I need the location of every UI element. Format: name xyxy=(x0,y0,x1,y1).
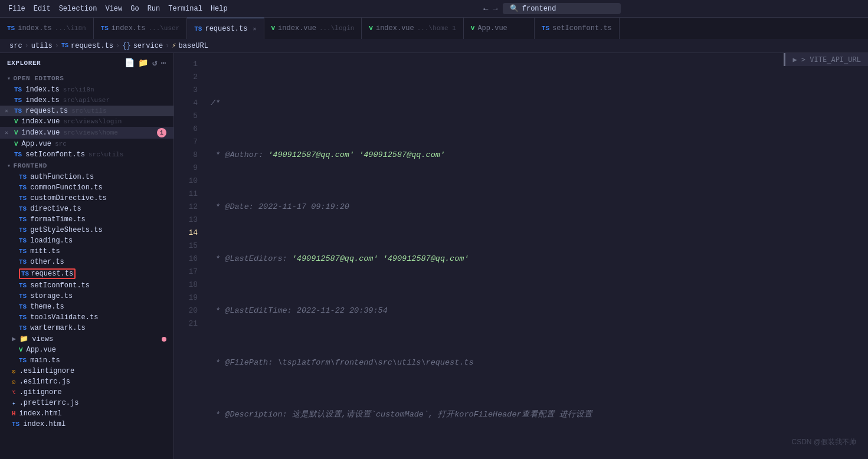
file-loading[interactable]: TS loading.ts xyxy=(0,235,173,246)
folder-name: views xyxy=(32,335,53,343)
file-request-outlined[interactable]: TS request.ts xyxy=(0,267,173,280)
close-icon[interactable]: ✕ xyxy=(5,107,8,114)
file-path: src xyxy=(55,140,67,147)
file-getStyleSheets[interactable]: TS getStyleSheets.ts xyxy=(0,225,173,235)
menu-edit[interactable]: Edit xyxy=(30,4,54,14)
line-num-15: 15 xyxy=(174,240,198,253)
file-index-html[interactable]: H index.html xyxy=(0,408,173,419)
new-file-icon[interactable]: 📄 xyxy=(125,58,135,68)
file-name: index.ts xyxy=(25,86,60,94)
file-storage[interactable]: TS storage.ts xyxy=(0,291,173,301)
line-num-13: 13 xyxy=(174,214,198,227)
open-editor-seticonfont[interactable]: TS setIconfont.ts src\utils xyxy=(0,149,173,160)
tab-bar: TS index.ts ...\i18n TS index.ts ...\use… xyxy=(0,18,868,39)
bc-src[interactable]: src xyxy=(9,42,22,50)
comment-description: * @Description: 这是默认设置,请设置`customMade`, … xyxy=(211,408,592,421)
menu-help[interactable]: Help xyxy=(207,4,231,14)
tab-app-vue[interactable]: V App.vue xyxy=(464,18,535,39)
file-mitt[interactable]: TS mitt.ts xyxy=(0,246,173,257)
bc-utils[interactable]: utils xyxy=(31,42,53,50)
nav-back[interactable]: ← xyxy=(483,4,488,14)
menu-terminal[interactable]: Terminal xyxy=(165,4,206,14)
sidebar-actions: 📄 📁 ↺ ⋯ xyxy=(125,58,166,68)
file-name: .gitignore xyxy=(19,388,62,396)
file-name: authFunction.ts xyxy=(30,173,94,181)
menu-view[interactable]: View xyxy=(101,4,126,14)
bc-request[interactable]: request.ts xyxy=(71,42,113,50)
bc-lightning: ⚡ xyxy=(172,41,176,50)
collapse-icon[interactable]: ⋯ xyxy=(161,58,166,68)
file-path: src\views\login xyxy=(63,118,122,125)
frontend-label: FRONTEND xyxy=(14,162,47,169)
tab-sublabel: ...\home 1 xyxy=(417,25,456,32)
line-num-7: 7 xyxy=(174,136,198,149)
menu-run[interactable]: Run xyxy=(144,4,164,14)
tab-index-login[interactable]: V index.vue ...\login xyxy=(264,18,362,39)
main-layout: EXPLORER 📄 📁 ↺ ⋯ ▾ OPEN EDITORS TS index… xyxy=(0,53,868,459)
file-prettierrc[interactable]: ✦ .prettierrc.js xyxy=(0,398,173,408)
folder-views[interactable]: ▶ 📁 views xyxy=(0,333,173,345)
code-content: 1 2 3 4 5 6 7 8 9 10 11 12 13 14 15 16 1… xyxy=(174,53,868,459)
menu-go[interactable]: Go xyxy=(127,4,142,14)
file-index-ts-bottom[interactable]: TS index.html xyxy=(0,419,173,430)
file-directive[interactable]: TS directive.ts xyxy=(0,204,173,214)
file-theme[interactable]: TS theme.ts xyxy=(0,301,173,312)
file-name: formatTime.ts xyxy=(30,215,86,224)
eslint-icon: ⊙ xyxy=(12,378,16,386)
file-main-ts[interactable]: TS main.ts xyxy=(0,355,173,366)
tab-index-user[interactable]: TS index.ts ...\user xyxy=(94,18,188,39)
chevron-right-icon: ▶ xyxy=(12,335,16,343)
line-num-20: 20 xyxy=(174,304,198,317)
menu-file[interactable]: File xyxy=(5,4,29,14)
file-name: other.ts xyxy=(30,258,64,266)
menu-selection[interactable]: Selection xyxy=(55,4,101,14)
file-app-vue[interactable]: V App.vue xyxy=(0,345,173,355)
open-editor-index-i18n[interactable]: TS index.ts src\i18n xyxy=(0,84,173,95)
file-name: toolsValidate.ts xyxy=(30,313,98,322)
tab-close-button[interactable]: ✕ xyxy=(253,25,256,32)
file-ts-icon: TS xyxy=(19,258,27,265)
bc-sep2: › xyxy=(55,42,59,50)
file-eslintrc[interactable]: ⊙ .eslintrc.js xyxy=(0,376,173,387)
bc-service[interactable]: service xyxy=(133,42,163,50)
file-commonFunction[interactable]: TS commonFunction.ts xyxy=(0,182,173,193)
bc-baseurl[interactable]: baseURL xyxy=(179,42,208,50)
open-editor-index-login[interactable]: V index.vue src\views\login xyxy=(0,116,173,127)
open-editor-request[interactable]: ✕ TS request.ts src\utils xyxy=(0,106,173,116)
code-editor: ▶ > VITE_API_URL 1 2 3 4 5 6 7 8 9 10 11… xyxy=(174,53,868,459)
vite-api-url-hint[interactable]: ▶ > VITE_API_URL xyxy=(784,53,868,66)
tab-index-i18n[interactable]: TS index.ts ...\i18n xyxy=(0,18,94,39)
open-editor-index-user[interactable]: TS index.ts src\api\user xyxy=(0,95,173,106)
search-box[interactable]: 🔍 frontend xyxy=(503,3,621,14)
file-gitignore[interactable]: ⌥ .gitignore xyxy=(0,387,173,398)
frontend-section[interactable]: ▾ FRONTEND xyxy=(0,160,173,172)
close-icon[interactable]: ✕ xyxy=(5,129,8,136)
tab-sublabel: ...\i18n xyxy=(55,25,86,32)
file-vue-icon: V xyxy=(19,346,23,353)
open-editors-section[interactable]: ▾ OPEN EDITORS xyxy=(0,73,173,84)
file-authFunction[interactable]: TS authFunction.ts xyxy=(0,172,173,182)
comment-lasteditors: * @LastEditors: '490912587@qq.com' '4909… xyxy=(211,253,469,265)
file-customDirective[interactable]: TS customDirective.ts xyxy=(0,193,173,204)
nav-forward[interactable]: → xyxy=(493,4,497,14)
refresh-icon[interactable]: ↺ xyxy=(152,58,158,68)
tab-label: App.vue xyxy=(477,24,507,32)
csdn-watermark: CSDN @假装我不帅 xyxy=(791,437,856,447)
tab-request[interactable]: TS request.ts ✕ xyxy=(187,18,264,39)
open-editor-app-vue[interactable]: V App.vue src xyxy=(0,139,173,149)
file-wartermark[interactable]: TS wartermark.ts xyxy=(0,323,173,333)
file-toolsValidate[interactable]: TS toolsValidate.ts xyxy=(0,312,173,323)
tab-icon-ts: TS xyxy=(101,25,109,32)
open-editor-index-home[interactable]: ✕ V index.vue src\views\home 1 xyxy=(0,127,173,139)
tab-seticonfont[interactable]: TS setIconfont.ts xyxy=(535,18,620,39)
new-folder-icon[interactable]: 📁 xyxy=(138,58,149,68)
file-path: src\views\home xyxy=(63,129,117,136)
code-lines[interactable]: /* * @Author: '490912587@qq.com' '490912… xyxy=(204,53,868,459)
comment-filepath: * @FilePath: \tsplatform\frontend\src\ut… xyxy=(211,356,474,369)
file-formatTime[interactable]: TS formatTime.ts xyxy=(0,214,173,225)
tab-index-home[interactable]: V index.vue ...\home 1 xyxy=(362,18,463,39)
file-setIconfont[interactable]: TS setIconfont.ts xyxy=(0,280,173,291)
file-eslintignore[interactable]: ⊙ .eslintignore xyxy=(0,366,173,376)
tab-sublabel: ...\login xyxy=(319,25,354,32)
file-other[interactable]: TS other.ts xyxy=(0,257,173,267)
